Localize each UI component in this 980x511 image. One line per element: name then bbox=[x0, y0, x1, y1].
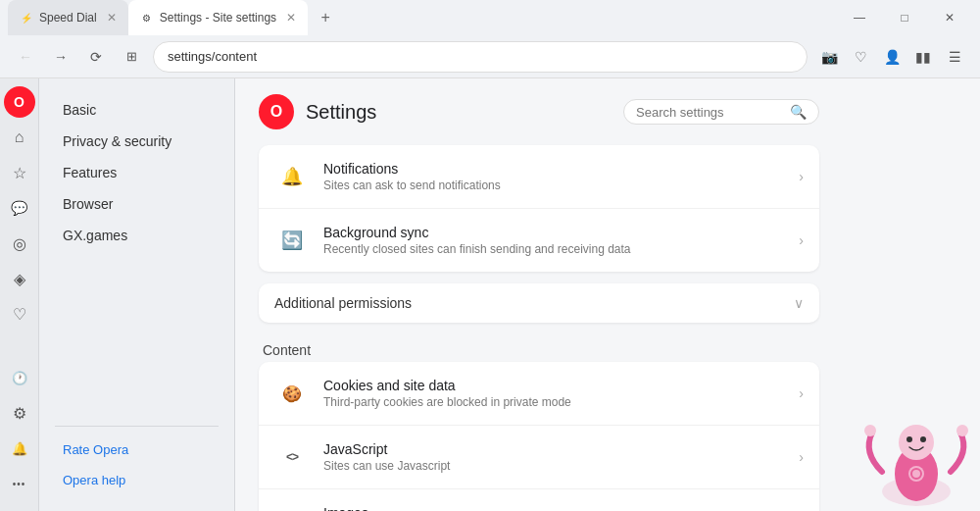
back-button[interactable]: ← bbox=[12, 43, 39, 71]
camera-icon[interactable]: 📷 bbox=[815, 43, 843, 71]
nav-rate-opera[interactable]: Rate Opera bbox=[39, 434, 234, 465]
vpn-icon[interactable]: ◎ bbox=[4, 228, 35, 259]
whatsapp-strip-icon[interactable]: 💬 bbox=[4, 192, 35, 224]
tab-bar: ⚡ Speed Dial ✕ ⚙ Settings - Site setting… bbox=[8, 0, 825, 35]
mascot-area bbox=[843, 78, 980, 511]
notifications-strip-icon[interactable]: 🔔 bbox=[4, 433, 35, 464]
javascript-subtitle: Sites can use Javascript bbox=[323, 459, 785, 473]
cookies-arrow-icon: › bbox=[799, 385, 804, 401]
window-controls: — □ ✕ bbox=[837, 3, 972, 32]
close-button[interactable]: ✕ bbox=[927, 3, 972, 32]
nav-privacy-security[interactable]: Privacy & security bbox=[39, 126, 234, 157]
more-strip-icon[interactable]: ••• bbox=[4, 468, 35, 499]
search-input[interactable] bbox=[636, 105, 782, 120]
images-icon: 🖼 bbox=[274, 503, 310, 511]
javascript-text: JavaScript Sites can use Javascript bbox=[323, 441, 785, 473]
battery-icon[interactable]: ▮▮ bbox=[909, 43, 937, 71]
cookies-row[interactable]: 🍪 Cookies and site data Third-party cook… bbox=[259, 362, 819, 426]
tab-settings[interactable]: ⚙ Settings - Site settings ✕ bbox=[128, 0, 308, 35]
flow-heart-icon[interactable]: ♡ bbox=[4, 298, 35, 330]
tab-settings-close[interactable]: ✕ bbox=[286, 11, 296, 25]
speed-dial-favicon: ⚡ bbox=[20, 11, 33, 25]
additional-permissions-title: Additional permissions bbox=[274, 295, 412, 311]
javascript-icon: <> bbox=[274, 439, 310, 475]
bookmarks-strip-icon[interactable]: ☆ bbox=[4, 157, 35, 188]
cookies-icon: 🍪 bbox=[274, 376, 310, 411]
heart-addr-icon[interactable]: ♡ bbox=[847, 43, 874, 71]
settings-body: 🔔 Notifications Sites can ask to send no… bbox=[235, 145, 843, 511]
settings-nav: Basic Privacy & security Features Browse… bbox=[39, 78, 235, 511]
svg-point-2 bbox=[899, 425, 934, 460]
page-header: O Settings 🔍 bbox=[235, 78, 843, 145]
forward-button[interactable]: → bbox=[47, 43, 74, 71]
home-icon[interactable]: ⌂ bbox=[4, 122, 35, 153]
javascript-arrow-icon: › bbox=[799, 449, 804, 465]
addressbar-right: 📷 ♡ 👤 ▮▮ ☰ bbox=[815, 43, 968, 71]
page-title: Settings bbox=[306, 101, 376, 124]
mascot-svg bbox=[853, 413, 980, 511]
background-sync-title: Background sync bbox=[323, 225, 785, 240]
svg-point-4 bbox=[920, 436, 926, 442]
tab-grid-button[interactable]: ⊞ bbox=[118, 43, 145, 71]
mascot-image bbox=[853, 413, 980, 511]
svg-point-3 bbox=[906, 436, 912, 442]
search-icon: 🔍 bbox=[790, 104, 807, 120]
account-icon[interactable]: 👤 bbox=[878, 43, 906, 71]
background-sync-subtitle: Recently closed sites can finish sending… bbox=[323, 242, 785, 256]
notifications-row-title: Notifications bbox=[323, 161, 785, 177]
nav-features[interactable]: Features bbox=[39, 157, 234, 188]
nav-gx-games[interactable]: GX.games bbox=[39, 220, 234, 251]
background-sync-row[interactable]: 🔄 Background sync Recently closed sites … bbox=[259, 209, 819, 272]
images-title: Images bbox=[323, 505, 785, 511]
nav-browser[interactable]: Browser bbox=[39, 188, 234, 220]
minimize-button[interactable]: — bbox=[837, 3, 882, 32]
cookies-subtitle: Third-party cookies are blocked in priva… bbox=[323, 395, 785, 409]
notifications-arrow-icon: › bbox=[799, 169, 804, 184]
svg-point-6 bbox=[956, 425, 968, 436]
notifications-row[interactable]: 🔔 Notifications Sites can ask to send no… bbox=[259, 145, 819, 209]
settings-content: O Settings 🔍 🔔 Notifications Sites can a… bbox=[235, 78, 843, 511]
javascript-row[interactable]: <> JavaScript Sites can use Javascript › bbox=[259, 426, 819, 489]
titlebar: ⚡ Speed Dial ✕ ⚙ Settings - Site setting… bbox=[0, 0, 980, 35]
background-sync-arrow-icon: › bbox=[799, 232, 804, 248]
cookies-text: Cookies and site data Third-party cookie… bbox=[323, 378, 785, 409]
settings-favicon: ⚙ bbox=[140, 11, 154, 25]
notifications-row-text: Notifications Sites can ask to send noti… bbox=[323, 161, 785, 192]
nav-divider bbox=[55, 426, 219, 427]
news-icon[interactable]: ◈ bbox=[4, 263, 35, 294]
opera-settings-logo: O bbox=[259, 94, 294, 129]
history-strip-icon[interactable]: 🕐 bbox=[4, 362, 35, 393]
content-section-label: Content bbox=[259, 334, 819, 362]
nav-opera-help[interactable]: Opera help bbox=[39, 465, 234, 495]
url-text: settings/content bbox=[168, 49, 257, 64]
tab-speed-dial-close[interactable]: ✕ bbox=[107, 11, 117, 25]
tab-settings-label: Settings - Site settings bbox=[160, 11, 276, 25]
background-sync-icon: 🔄 bbox=[274, 223, 310, 258]
refresh-button[interactable]: ⟳ bbox=[82, 43, 110, 71]
cookies-title: Cookies and site data bbox=[323, 378, 785, 393]
maximize-button[interactable]: □ bbox=[882, 3, 927, 32]
new-tab-button[interactable]: + bbox=[312, 4, 339, 31]
nav-basic[interactable]: Basic bbox=[39, 94, 234, 126]
javascript-title: JavaScript bbox=[323, 441, 785, 457]
additional-permissions-chevron-icon: ∨ bbox=[794, 295, 804, 311]
search-box[interactable]: 🔍 bbox=[623, 99, 819, 125]
images-row[interactable]: 🖼 Images Sites can show images › bbox=[259, 489, 819, 511]
content-card: 🍪 Cookies and site data Third-party cook… bbox=[259, 362, 819, 511]
additional-permissions-card: Additional permissions ∨ bbox=[259, 283, 819, 323]
icon-strip: O ⌂ ☆ 💬 ◎ ◈ ♡ 🕐 ⚙ 🔔 ••• bbox=[0, 78, 39, 511]
settings-strip-icon[interactable]: ⚙ bbox=[4, 397, 35, 429]
tab-speed-dial-label: Speed Dial bbox=[39, 11, 97, 25]
permissions-card: 🔔 Notifications Sites can ask to send no… bbox=[259, 145, 819, 272]
tab-speed-dial[interactable]: ⚡ Speed Dial ✕ bbox=[8, 0, 128, 35]
images-text: Images Sites can show images bbox=[323, 505, 785, 511]
opera-logo-icon[interactable]: O bbox=[4, 86, 35, 118]
background-sync-text: Background sync Recently closed sites ca… bbox=[323, 225, 785, 256]
address-field[interactable]: settings/content bbox=[153, 41, 808, 73]
svg-point-5 bbox=[864, 425, 876, 436]
main: O ⌂ ☆ 💬 ◎ ◈ ♡ 🕐 ⚙ 🔔 ••• Basic Privacy & … bbox=[0, 78, 980, 511]
menu-icon[interactable]: ☰ bbox=[941, 43, 968, 71]
notifications-row-icon: 🔔 bbox=[274, 159, 310, 194]
additional-permissions-header[interactable]: Additional permissions ∨ bbox=[259, 283, 819, 323]
notifications-row-subtitle: Sites can ask to send notifications bbox=[323, 179, 785, 192]
